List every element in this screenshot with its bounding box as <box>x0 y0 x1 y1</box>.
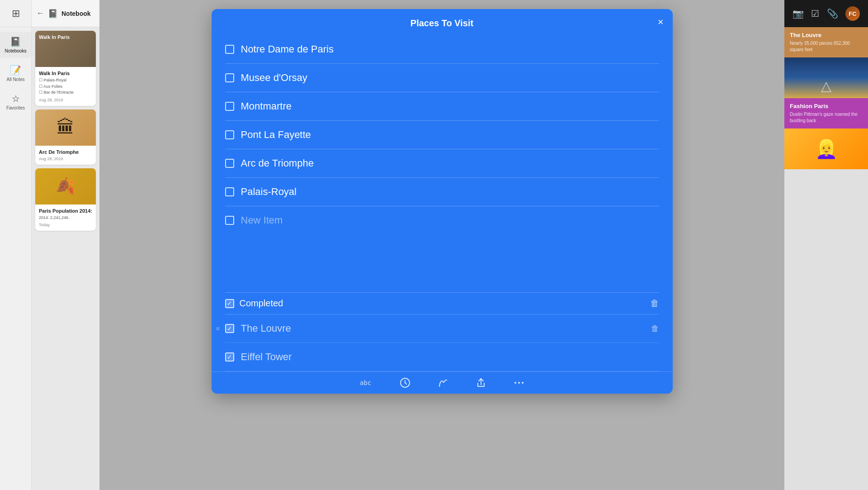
checkbox-new[interactable] <box>225 216 234 225</box>
note-card-text-paris-pop: Paris Population 2014: 2014: 2,241,246. … <box>35 205 96 231</box>
louvre-image <box>784 57 868 98</box>
sidebar-nav: 📓 Notebooks 📝 All Notes ☆ Favorites <box>0 27 31 115</box>
completed-trash-icon[interactable]: 🗑 <box>650 298 659 309</box>
camera-icon[interactable]: 📷 <box>793 8 804 19</box>
louvre-title: The Louvre <box>790 32 863 38</box>
right-card-louvre[interactable]: The Louvre Nearly 35,000 pieces 652,300 … <box>784 27 868 98</box>
arc-title: Arc De Triomphe <box>39 149 92 155</box>
favorites-icon: ☆ <box>12 93 20 104</box>
attachment-icon[interactable]: 📎 <box>827 8 838 19</box>
note-card-walk-paris[interactable]: Walk In Paris Walk In Paris ☐ Palais-Roy… <box>35 31 96 106</box>
note-card-text-walk-paris: Walk In Paris ☐ Palais-Royal☐ Aux Folies… <box>35 67 96 106</box>
sidebar-label-favorites: Favorites <box>6 105 25 110</box>
back-button[interactable]: ← <box>36 9 44 18</box>
paris-pop-date: Today <box>39 223 92 227</box>
checklist-item-pont[interactable]: Pont La Fayette <box>225 121 659 149</box>
toolbar-spellcheck-button[interactable]: abc <box>360 379 373 387</box>
checklist-item-arc[interactable]: Arc de Triomphe <box>225 149 659 178</box>
completed-header: Completed 🗑 <box>225 292 659 314</box>
checkbox-musee[interactable] <box>225 73 234 82</box>
checklist-item-montmartre[interactable]: Montmartre <box>225 92 659 121</box>
notebook-title: Notebook <box>61 10 91 17</box>
check-icon[interactable]: ☑ <box>811 8 819 19</box>
all-notes-icon: 📝 <box>10 65 21 76</box>
right-cards: The Louvre Nearly 35,000 pieces 652,300 … <box>784 27 868 169</box>
fashion-image: 👱‍♀️ <box>784 128 868 169</box>
toolbar-draw-button[interactable] <box>438 377 448 388</box>
completed-item-louvre[interactable]: ≡ The Louvre 🗑 <box>225 314 659 343</box>
notebook-icon: 📓 <box>48 9 58 19</box>
modal-close-button[interactable]: × <box>658 17 664 27</box>
completed-label-louvre: The Louvre <box>241 323 291 334</box>
note-card-image-arc <box>35 109 96 146</box>
louvre-card-header: The Louvre Nearly 35,000 pieces 652,300 … <box>784 27 868 57</box>
completed-label: Completed <box>240 298 283 309</box>
grid-icon[interactable]: ⊞ <box>12 8 20 19</box>
checklist-item-notre-dame[interactable]: Notre Dame de Paris <box>225 35 659 64</box>
right-card-fashion[interactable]: Fashion Paris Dustin Pittman's gaze roam… <box>784 98 868 169</box>
notebooks-icon: 📓 <box>10 36 21 47</box>
completed-item-eiffel[interactable]: Eiffel Tower <box>225 343 659 371</box>
checklist-label-new: New Item <box>241 214 283 226</box>
svg-point-5 <box>518 382 520 384</box>
completed-left: Completed <box>225 298 283 309</box>
svg-line-3 <box>405 383 406 384</box>
sidebar-item-favorites[interactable]: ☆ Favorites <box>0 89 31 115</box>
paris-pop-desc: 2014: 2,241,246. <box>39 215 92 221</box>
svg-point-4 <box>514 382 516 384</box>
toolbar-more-button[interactable] <box>514 381 524 385</box>
completed-checkbox[interactable] <box>225 299 234 308</box>
sidebar-top: ⊞ <box>0 0 31 27</box>
modal-overlay: Places To Visit × Notre Dame de Paris Mu… <box>99 0 784 490</box>
checklist-label-notre-dame: Notre Dame de Paris <box>241 43 334 55</box>
user-avatar[interactable]: FC <box>845 6 860 21</box>
main-area: Places To Visit × Notre Dame de Paris Mu… <box>99 0 784 490</box>
note-card-arc[interactable]: Arc De Triomphe Aug 28, 2019 <box>35 109 96 165</box>
louvre-trash-icon[interactable]: 🗑 <box>651 324 659 333</box>
checkbox-louvre[interactable] <box>225 324 234 333</box>
fashion-card-text: Fashion Paris Dustin Pittman's gaze roam… <box>784 98 868 128</box>
sidebar-item-all-notes[interactable]: 📝 All Notes <box>0 60 31 86</box>
checkbox-eiffel[interactable] <box>225 352 234 362</box>
toolbar-reminder-button[interactable] <box>400 377 410 388</box>
modal-toolbar: abc <box>212 371 673 394</box>
louvre-desc: Nearly 35,000 pieces 652,300 square feet <box>790 40 863 53</box>
completed-items: ≡ The Louvre 🗑 Eiffel Tower <box>225 314 659 371</box>
modal: Places To Visit × Notre Dame de Paris Mu… <box>212 9 673 394</box>
toolbar-share-button[interactable] <box>476 377 486 388</box>
checklist-item-palais[interactable]: Palais-Royal <box>225 178 659 206</box>
modal-title: Places To Visit <box>410 18 473 29</box>
checklist-label-pont: Pont La Fayette <box>241 129 311 141</box>
walk-paris-date: Aug 28, 2019 <box>39 98 92 102</box>
note-card-text-arc: Arc De Triomphe Aug 28, 2019 <box>35 146 96 165</box>
checklist-item-musee[interactable]: Musee d'Orsay <box>225 64 659 92</box>
drag-handle-louvre[interactable]: ≡ <box>216 325 220 332</box>
completed-section: Completed 🗑 ≡ The Louvre 🗑 Eiffel Tower <box>212 288 673 371</box>
sidebar-label-all-notes: All Notes <box>6 77 24 82</box>
completed-label-eiffel: Eiffel Tower <box>241 351 292 363</box>
walk-paris-title: Walk In Paris <box>39 71 92 76</box>
fashion-image-wrap: 👱‍♀️ <box>784 128 868 169</box>
notes-panel: ← 📓 Notebook Walk In Paris Walk In Paris… <box>32 0 99 490</box>
checkbox-montmartre[interactable] <box>225 102 234 111</box>
walk-paris-image-text: Walk In Paris <box>39 34 70 40</box>
checkbox-notre-dame[interactable] <box>225 45 234 54</box>
sidebar-item-notebooks[interactable]: 📓 Notebooks <box>0 32 31 58</box>
right-panel-header: 📷 ☑ 📎 FC <box>784 0 868 27</box>
louvre-card-text: The Louvre Nearly 35,000 pieces 652,300 … <box>784 27 868 57</box>
checkbox-pont[interactable] <box>225 130 234 139</box>
checkbox-arc[interactable] <box>225 159 234 168</box>
fashion-desc: Dustin Pittman's gaze roamed the bustlin… <box>790 111 863 124</box>
checklist-item-new[interactable]: New Item <box>225 206 659 234</box>
note-card-paris-pop[interactable]: Paris Population 2014: 2014: 2,241,246. … <box>35 168 96 231</box>
notes-header: ← 📓 Notebook <box>32 0 99 27</box>
modal-header: Places To Visit × <box>212 9 673 35</box>
checklist-label-palais: Palais-Royal <box>241 186 297 198</box>
note-card-image-paris-pop <box>35 168 96 205</box>
sidebar-label-notebooks: Notebooks <box>5 48 27 53</box>
checklist-label-musee: Musee d'Orsay <box>241 72 307 84</box>
checklist: Notre Dame de Paris Musee d'Orsay Montma… <box>212 35 673 288</box>
checkbox-palais[interactable] <box>225 187 234 196</box>
right-panel: 📷 ☑ 📎 FC The Louvre Nearly 35,000 pieces… <box>784 0 868 490</box>
svg-text:abc: abc <box>360 379 371 386</box>
